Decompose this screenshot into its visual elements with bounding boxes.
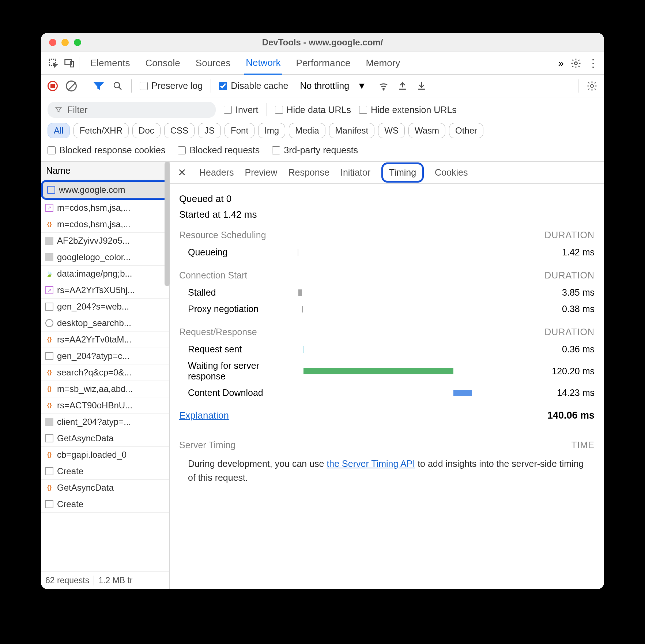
request-row[interactable]: rs=AA2YrTsXU5hj... — [41, 282, 169, 299]
request-row[interactable]: Create — [41, 463, 169, 480]
chip-wasm[interactable]: Wasm — [408, 123, 445, 138]
request-row[interactable]: AF2bZyivvJ92o5... — [41, 233, 169, 249]
img-icon — [45, 253, 53, 261]
request-name: Create — [57, 466, 83, 476]
request-row[interactable]: www.google.com — [41, 180, 169, 200]
request-row[interactable]: m=cdos,hsm,jsa,... — [41, 200, 169, 216]
chip-media[interactable]: Media — [289, 123, 325, 138]
request-name: m=cdos,hsm,jsa,... — [57, 219, 131, 229]
hide-data-urls-checkbox[interactable]: Hide data URLs — [275, 105, 351, 115]
tab-elements[interactable]: Elements — [89, 52, 131, 74]
timing-label: Content Download — [188, 387, 298, 398]
devtools-window: DevTools - www.google.com/ ElementsConso… — [41, 33, 604, 589]
timing-row: Queueing1.42 ms — [179, 244, 595, 261]
request-row[interactable]: rs=AA2YrTv0taM... — [41, 332, 169, 348]
settings-icon[interactable] — [570, 58, 581, 69]
export-har-icon[interactable] — [397, 80, 408, 91]
invert-checkbox[interactable]: Invert — [224, 105, 259, 115]
disable-cache-checkbox[interactable]: Disable cache — [219, 80, 288, 91]
scrollbar[interactable] — [165, 162, 170, 286]
explanation-link[interactable]: Explanation — [179, 410, 229, 421]
search-icon[interactable] — [112, 80, 123, 91]
hide-extension-urls-checkbox[interactable]: Hide extension URLs — [359, 105, 457, 115]
total-time: 140.06 ms — [547, 410, 595, 421]
duration-label: DURATION — [544, 270, 595, 281]
name-column-header[interactable]: Name — [41, 162, 169, 180]
blocked-cookies-checkbox[interactable]: Blocked response cookies — [48, 145, 165, 156]
device-toolbar-icon[interactable] — [63, 57, 76, 70]
chip-img[interactable]: Img — [258, 123, 285, 138]
request-name: rs=AA2YrTsXU5hj... — [57, 285, 135, 295]
close-window-button[interactable] — [49, 39, 56, 46]
timing-value: 0.36 ms — [536, 344, 595, 355]
request-row[interactable]: gen_204?atyp=c... — [41, 348, 169, 364]
transfer-size: 1.2 MB tr — [94, 576, 137, 585]
record-button[interactable] — [48, 81, 58, 91]
detail-tab-headers[interactable]: Headers — [199, 167, 234, 178]
request-row[interactable]: Create — [41, 496, 169, 513]
blocked-requests-checkbox[interactable]: Blocked requests — [178, 145, 260, 156]
tab-memory[interactable]: Memory — [364, 52, 401, 74]
request-row[interactable]: m=sb_wiz,aa,abd... — [41, 381, 169, 397]
request-row[interactable]: search?q&cp=0&... — [41, 364, 169, 381]
inspect-element-icon[interactable] — [47, 57, 60, 70]
server-timing-api-link[interactable]: the Server Timing API — [327, 458, 415, 469]
filter-toggle-icon[interactable] — [93, 80, 104, 91]
network-toolbar: Preserve log Disable cache No throttling… — [41, 75, 604, 97]
request-row[interactable]: GetAsyncData — [41, 430, 169, 447]
clear-button[interactable] — [66, 80, 77, 91]
tab-sources[interactable]: Sources — [194, 52, 232, 74]
request-row[interactable]: client_204?atyp=... — [41, 414, 169, 430]
filter-input[interactable]: Filter — [48, 102, 216, 118]
chip-css[interactable]: CSS — [164, 123, 195, 138]
request-name: Create — [57, 499, 83, 509]
misc-icon — [45, 303, 53, 311]
request-row[interactable]: googlelogo_color... — [41, 249, 169, 266]
request-row[interactable]: rs=ACT90oHBnU... — [41, 397, 169, 414]
preserve-log-checkbox[interactable]: Preserve log — [140, 80, 203, 91]
network-settings-icon[interactable] — [586, 80, 597, 91]
misc-icon — [45, 352, 53, 360]
chip-font[interactable]: Font — [225, 123, 254, 138]
network-conditions-icon[interactable] — [378, 80, 389, 91]
svg-point-4 — [114, 82, 120, 88]
chip-all[interactable]: All — [48, 123, 70, 138]
kebab-menu-icon[interactable]: ⋮ — [588, 57, 598, 69]
tab-performance[interactable]: Performance — [295, 52, 352, 74]
request-row[interactable]: desktop_searchb... — [41, 315, 169, 332]
more-tabs-icon[interactable]: » — [558, 57, 564, 69]
third-party-checkbox[interactable]: 3rd-party requests — [272, 145, 358, 156]
request-name: rs=ACT90oHBnU... — [57, 400, 132, 411]
detail-tab-cookies[interactable]: Cookies — [435, 167, 468, 178]
timing-label: Queueing — [188, 247, 298, 258]
detail-tab-preview[interactable]: Preview — [245, 167, 278, 178]
timing-value: 120.20 ms — [536, 366, 595, 377]
throttling-select[interactable]: No throttling ▼ — [296, 79, 370, 93]
timing-value: 3.85 ms — [536, 287, 595, 298]
request-name: www.google.com — [59, 185, 125, 195]
duration-label: DURATION — [544, 230, 595, 240]
request-row[interactable]: m=cdos,hsm,jsa,... — [41, 216, 169, 233]
detail-tab-initiator[interactable]: Initiator — [340, 167, 370, 178]
tab-console[interactable]: Console — [144, 52, 181, 74]
detail-tab-response[interactable]: Response — [288, 167, 329, 178]
timing-section-title: Request/Response — [179, 327, 257, 337]
detail-pane: ✕ HeadersPreviewResponseInitiatorTimingC… — [170, 162, 604, 589]
maximize-window-button[interactable] — [74, 39, 81, 46]
chip-ws[interactable]: WS — [378, 123, 405, 138]
chip-doc[interactable]: Doc — [132, 123, 161, 138]
titlebar: DevTools - www.google.com/ — [41, 33, 604, 52]
request-row[interactable]: gen_204?s=web... — [41, 299, 169, 315]
close-detail-icon[interactable]: ✕ — [176, 166, 188, 179]
chip-fetch-xhr[interactable]: Fetch/XHR — [73, 123, 129, 138]
minimize-window-button[interactable] — [61, 39, 69, 46]
chip-other[interactable]: Other — [449, 123, 483, 138]
tab-network[interactable]: Network — [244, 52, 282, 75]
request-row[interactable]: GetAsyncData — [41, 480, 169, 496]
chip-manifest[interactable]: Manifest — [329, 123, 375, 138]
import-har-icon[interactable] — [416, 80, 427, 91]
chip-js[interactable]: JS — [198, 123, 221, 138]
request-row[interactable]: data:image/png;b... — [41, 266, 169, 282]
detail-tab-timing[interactable]: Timing — [381, 162, 424, 183]
request-row[interactable]: cb=gapi.loaded_0 — [41, 447, 169, 463]
